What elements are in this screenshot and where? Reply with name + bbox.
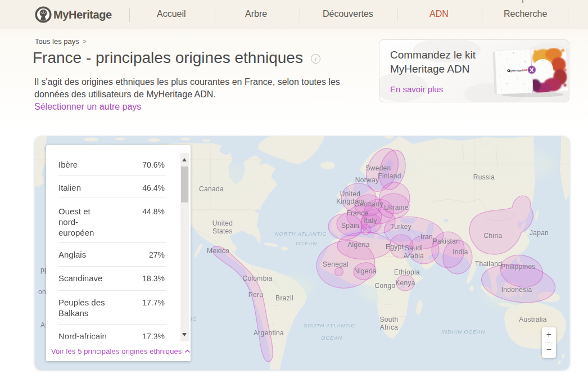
svg-text:Russia: Russia bbox=[473, 173, 495, 181]
svg-text:China: China bbox=[484, 232, 503, 240]
svg-text:SOUTH ATLANTIC: SOUTH ATLANTIC bbox=[304, 322, 355, 328]
svg-text:Canada: Canada bbox=[199, 185, 224, 193]
svg-text:Peru: Peru bbox=[248, 291, 264, 299]
svg-text:Philippines: Philippines bbox=[501, 263, 535, 271]
svg-text:Argentina: Argentina bbox=[254, 329, 284, 337]
svg-text:Iran: Iran bbox=[420, 233, 433, 241]
svg-text:Thailand: Thailand bbox=[475, 260, 502, 268]
svg-text:United: United bbox=[212, 219, 233, 227]
svg-text:Norway: Norway bbox=[355, 176, 379, 184]
svg-text:Arabia: Arabia bbox=[404, 252, 424, 260]
svg-text:NORTH ATLANTIC: NORTH ATLANTIC bbox=[275, 231, 327, 237]
svg-text:Congo: Congo bbox=[375, 282, 396, 290]
svg-text:Italy: Italy bbox=[364, 217, 377, 224]
svg-text:Finland: Finland bbox=[378, 172, 401, 180]
svg-text:OCEAN: OCEAN bbox=[321, 335, 342, 341]
svg-text:Algeria: Algeria bbox=[347, 241, 369, 249]
svg-text:INDIAN OCEAN: INDIAN OCEAN bbox=[441, 328, 485, 335]
svg-text:Ukraine: Ukraine bbox=[384, 204, 408, 212]
svg-text:Egypt: Egypt bbox=[386, 243, 404, 251]
svg-text:Mexico: Mexico bbox=[207, 247, 229, 255]
svg-text:Pakistan: Pakistan bbox=[433, 237, 460, 245]
svg-text:Indonesia: Indonesia bbox=[501, 286, 532, 294]
svg-text:Germany: Germany bbox=[354, 200, 383, 208]
svg-text:Sweden: Sweden bbox=[365, 164, 391, 172]
svg-text:Colombia: Colombia bbox=[242, 274, 272, 282]
svg-text:Spain: Spain bbox=[341, 222, 359, 230]
svg-text:Turkey: Turkey bbox=[390, 223, 411, 231]
svg-text:States: States bbox=[212, 227, 233, 235]
svg-text:Saudi: Saudi bbox=[405, 244, 423, 252]
svg-text:Nigeria: Nigeria bbox=[354, 267, 377, 275]
svg-text:Africa: Africa bbox=[380, 323, 398, 331]
svg-text:Senegal: Senegal bbox=[323, 260, 349, 268]
svg-text:Japan: Japan bbox=[530, 229, 549, 237]
svg-text:South: South bbox=[380, 316, 399, 323]
svg-text:Australia: Australia bbox=[519, 316, 546, 323]
svg-text:United: United bbox=[340, 190, 361, 198]
svg-text:France: France bbox=[346, 209, 368, 217]
svg-text:Kenya: Kenya bbox=[395, 279, 415, 287]
svg-text:India: India bbox=[453, 248, 468, 256]
svg-text:A: A bbox=[40, 321, 45, 329]
svg-text:OCEAN: OCEAN bbox=[296, 240, 317, 246]
svg-text:on: on bbox=[38, 288, 46, 296]
svg-text:Ethiopia: Ethiopia bbox=[394, 268, 420, 276]
svg-text:Brazil: Brazil bbox=[275, 294, 293, 302]
